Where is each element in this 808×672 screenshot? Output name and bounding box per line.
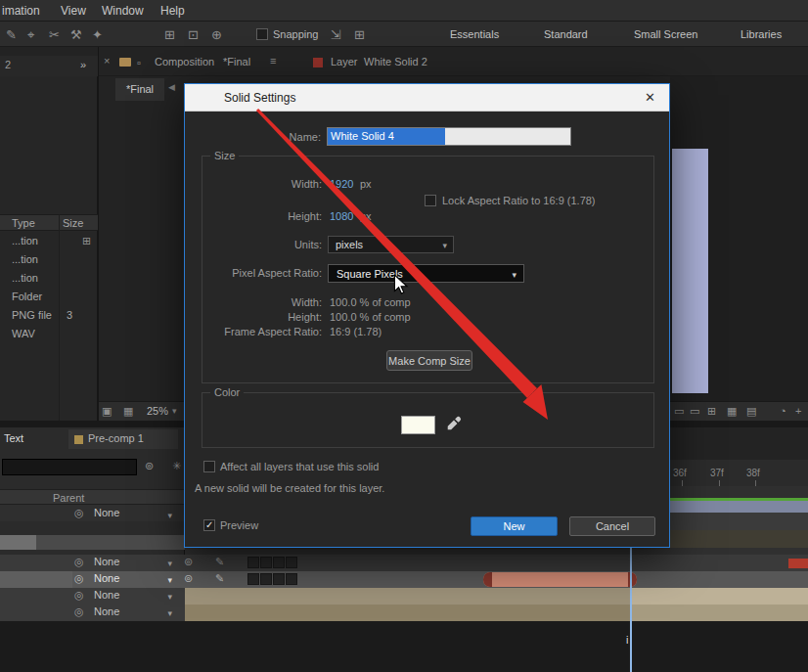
units-dropdown[interactable]: pixels ▾ — [328, 236, 454, 253]
snap-grid-icon[interactable]: ⊞ — [354, 27, 365, 42]
close-icon[interactable]: ✕ — [645, 90, 655, 105]
workspace-standard[interactable]: Standard — [544, 28, 588, 40]
snapping-checkbox[interactable] — [256, 28, 268, 40]
preview-checkbox[interactable]: ✓ — [203, 519, 215, 531]
project-row[interactable]: WAV — [0, 325, 98, 343]
close-tab-icon[interactable]: × — [104, 55, 110, 67]
comp-mini-flowchart-icon[interactable]: ⊚ — [145, 460, 154, 472]
width-value[interactable]: 1920 — [330, 178, 353, 190]
height-value[interactable]: 1080 — [330, 210, 353, 222]
layer-bar-salmon[interactable] — [483, 572, 637, 587]
project-row[interactable]: ...tion — [0, 269, 98, 288]
graph-icon[interactable]: ▭ — [690, 405, 699, 418]
panel-lock-icon[interactable]: ▫ — [137, 57, 141, 68]
mode-box[interactable] — [247, 573, 259, 585]
chevron-down-icon[interactable]: ▾ — [172, 406, 177, 416]
mode-box[interactable] — [286, 573, 297, 585]
layer-bar-tan[interactable] — [185, 588, 808, 605]
workspace-small-screen[interactable]: Small Screen — [634, 28, 697, 40]
tab-precomp[interactable]: Pre-comp 1 — [68, 429, 178, 449]
workspace-libraries[interactable]: Libraries — [741, 28, 782, 40]
back-arrow-icon[interactable]: ◀ — [168, 82, 175, 92]
snap-expand-icon[interactable]: ⇲ — [331, 27, 341, 42]
motion-blur-toggle-icon[interactable]: ✳ — [172, 460, 181, 472]
color-swatch[interactable] — [401, 416, 435, 434]
time-display-field[interactable] — [2, 459, 137, 475]
zoom-level[interactable]: 25% — [147, 405, 168, 417]
parent-dropdown[interactable]: None ▾ — [90, 572, 176, 587]
new-button[interactable]: New — [471, 516, 558, 536]
scissors-tool-icon[interactable]: ✂ — [49, 27, 60, 42]
parent-dropdown[interactable]: None ▾ — [90, 589, 176, 604]
time-ruler[interactable]: 36f 37f 38f — [670, 460, 808, 486]
parent-dropdown[interactable]: None ▾ — [90, 605, 176, 620]
sitemap-icon[interactable]: ⊞ — [82, 232, 91, 250]
frame-blend-icon[interactable]: ▦ — [727, 405, 737, 418]
layer-bar-tan[interactable] — [185, 605, 808, 621]
hammer-tool-icon[interactable]: ⚒ — [70, 27, 82, 42]
parent-dropdown[interactable]: None ▾ — [90, 556, 176, 570]
column-size[interactable]: Size — [63, 215, 83, 232]
project-row[interactable]: ...tion — [0, 250, 98, 269]
tab-composition-name[interactable]: *Final — [223, 56, 250, 67]
layer-bar-in-handle[interactable] — [483, 572, 492, 587]
column-type[interactable]: Type — [12, 215, 35, 232]
mode-box[interactable] — [247, 557, 259, 568]
pick-whip-icon[interactable]: ◎ — [74, 605, 84, 618]
pen-icon[interactable]: ✎ — [215, 556, 224, 568]
tab-composition-label[interactable]: Composition — [155, 56, 214, 67]
mode-box[interactable] — [286, 557, 297, 568]
grid-view-icon[interactable]: ▦ — [123, 405, 133, 418]
star-tool-icon[interactable]: ✦ — [92, 27, 103, 42]
pick-whip-icon[interactable]: ◎ — [74, 572, 84, 585]
playhead[interactable] — [630, 548, 632, 672]
tab-layer-name[interactable]: White Solid 2 — [364, 56, 427, 67]
tab-layer-label[interactable]: Layer — [331, 56, 358, 67]
project-row[interactable]: PNG file 3 — [0, 306, 98, 325]
thumbnail-icon[interactable]: ▣ — [102, 405, 112, 418]
pixel-aspect-ratio-dropdown[interactable]: Square Pixels ▾ — [328, 264, 524, 283]
menu-animation[interactable]: imation — [2, 4, 40, 18]
affect-all-layers-checkbox[interactable] — [203, 461, 215, 472]
grid-icon[interactable]: ⊞ — [707, 405, 716, 418]
project-row[interactable]: ...tion ⊞ — [0, 232, 98, 250]
parent-dropdown[interactable]: None ▾ — [90, 506, 176, 520]
pick-whip2-icon[interactable]: ⊚ — [184, 572, 193, 585]
menu-help[interactable]: Help — [160, 4, 185, 18]
tab-final[interactable]: *Final — [115, 78, 164, 101]
mode-box[interactable] — [260, 573, 272, 585]
mode-box[interactable] — [260, 557, 272, 568]
menu-view[interactable]: View — [61, 4, 86, 18]
row-label-area[interactable] — [0, 571, 72, 588]
chart-icon[interactable]: ▭ — [674, 405, 684, 418]
cancel-button[interactable]: Cancel — [569, 516, 655, 536]
mode-box[interactable] — [273, 573, 285, 585]
target-tool-icon[interactable]: ⌖ — [27, 27, 34, 43]
pick-whip-icon[interactable]: ◎ — [74, 506, 84, 520]
mode-box[interactable] — [273, 557, 285, 568]
pick-whip-icon[interactable]: ◎ — [74, 556, 84, 568]
layer-bar-red[interactable] — [788, 559, 808, 568]
add-icon[interactable]: + — [795, 405, 801, 417]
grid-tool-icon[interactable]: ⊞ — [164, 27, 175, 42]
panel-menu-icon[interactable]: ≡ — [270, 55, 276, 67]
panel-menu-chevrons-icon[interactable]: » — [80, 59, 86, 70]
panel-divider[interactable] — [98, 47, 99, 421]
pick-whip2-icon[interactable]: ⊚ — [184, 556, 193, 568]
project-row[interactable]: Folder — [0, 288, 98, 306]
menu-window[interactable]: Window — [102, 4, 144, 18]
plus-tool-icon[interactable]: ⊕ — [211, 27, 222, 42]
parent-column-header[interactable]: Parent — [0, 489, 185, 505]
pen-icon[interactable]: ✎ — [215, 572, 224, 585]
name-input[interactable]: White Solid 4 — [327, 127, 571, 146]
box-tool-icon[interactable]: ⊡ — [188, 27, 199, 42]
make-comp-size-button[interactable]: Make Comp Size — [386, 350, 472, 371]
clock-icon[interactable]: ◔ — [780, 405, 786, 417]
lock-aspect-checkbox[interactable] — [425, 195, 436, 206]
dialog-titlebar[interactable]: Solid Settings ✕ — [185, 84, 669, 112]
pick-whip-icon[interactable]: ◎ — [74, 589, 84, 602]
group-strip-handle[interactable] — [0, 535, 36, 550]
project-columns-header[interactable]: Type Size — [0, 214, 98, 231]
eyedropper-icon[interactable] — [446, 416, 462, 431]
motion-blur-icon[interactable]: ▤ — [746, 405, 756, 418]
